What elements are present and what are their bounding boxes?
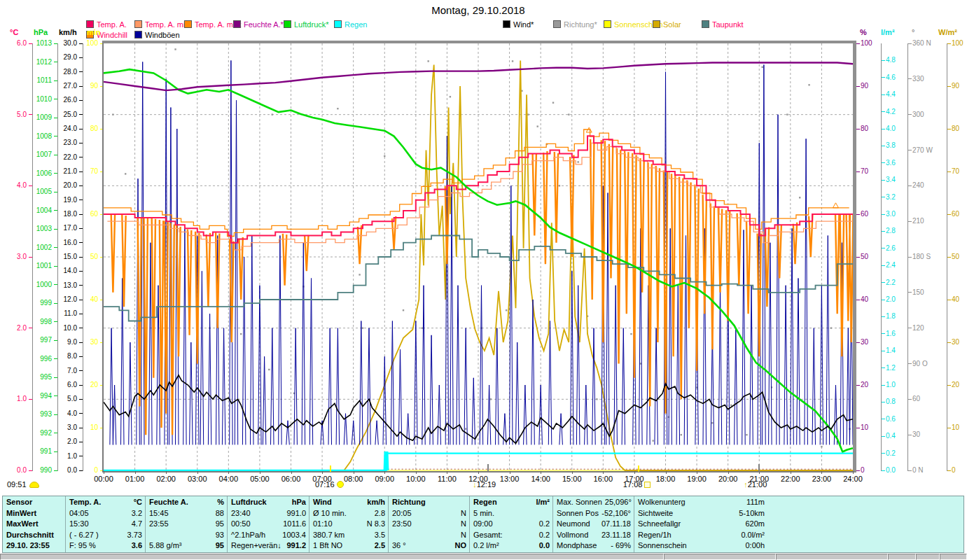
- stat-value: - 69%: [608, 540, 631, 552]
- event-time: 07:16: [315, 480, 335, 489]
- stats-col-regen: Regenl/m²5 min.09:000.2Gesamt:0.20.2 l/m…: [470, 496, 553, 552]
- event-time: 09:51: [7, 480, 27, 489]
- axis-tick: [908, 186, 912, 186]
- statusbar-segment-5: [940, 554, 967, 560]
- column-header: Richtung: [392, 497, 426, 508]
- x-axis-label: 00:00: [88, 475, 119, 483]
- stat-value: 4.7: [129, 519, 142, 530]
- axis-tick: [908, 257, 912, 258]
- x-axis-tick: [166, 471, 167, 474]
- axis-tick: [908, 114, 912, 115]
- axis-tick: [29, 257, 32, 258]
- x-axis-label: 04:00: [213, 475, 244, 483]
- axis-label-km/h: 15.0: [54, 253, 77, 260]
- x-axis-tick: [510, 471, 510, 474]
- axis-label-km/h: 9.0: [54, 339, 77, 346]
- axis-unit-°: °: [912, 28, 914, 36]
- axis-tick: [882, 402, 885, 402]
- stats-row: Regen/1h0.0l/m²: [638, 530, 765, 541]
- column-unit: [464, 497, 466, 508]
- stat-label: Sonnen Pos: [557, 508, 599, 519]
- stats-col-sensor: SensorMinWertMaxWertDurchschnitt29.10. 2…: [3, 496, 66, 552]
- stats-header: Temp. A.°C: [69, 497, 142, 508]
- stats-col-wetter: Wolkenunterg111mSichtweite5-10kmSchneefa…: [634, 496, 767, 552]
- axis-label-hPa: 1010: [29, 96, 52, 103]
- axis-label-hPa: 1006: [29, 170, 52, 177]
- column-unit: hPa: [289, 497, 306, 508]
- axis-tick: [79, 186, 83, 186]
- axis-unit-min: min: [87, 28, 101, 36]
- axis-label-hPa: 1000: [29, 281, 52, 288]
- axis-label-W/m²: 10: [952, 424, 959, 431]
- x-axis-label: 15:00: [557, 475, 587, 483]
- x-axis-label: 01:00: [120, 475, 151, 483]
- stats-row: 36 °NO: [392, 540, 466, 552]
- stats-row: 23:40991.0: [231, 508, 306, 519]
- axis-label-km/h: 27.0: [54, 83, 77, 90]
- dot-richtung: [362, 327, 363, 328]
- axis-tick: [908, 435, 912, 435]
- stat-label: 0.2 l/m²: [473, 540, 499, 552]
- event-time: 17:08: [623, 480, 643, 489]
- stats-row: 00:501011.6: [231, 519, 306, 530]
- stat-label: 00:50: [231, 519, 251, 530]
- axis-tick: [908, 328, 912, 328]
- stats-row: 1 Bft NO2.5: [313, 540, 385, 552]
- axis-tick: [882, 419, 885, 419]
- axis-tick: [882, 231, 885, 232]
- x-axis-tick: [228, 471, 229, 474]
- column-header: Feuchte A.: [149, 497, 188, 508]
- axis-tick: [79, 413, 83, 414]
- dot-richtung: [465, 428, 466, 429]
- axis-tick: [856, 86, 860, 87]
- max-marker-icon: [833, 203, 838, 208]
- axis-tick: [947, 257, 951, 258]
- axis-label-%: 80: [861, 125, 868, 132]
- statusbar-segment-0: [0, 554, 664, 560]
- dot-richtung: [577, 161, 578, 162]
- x-axis-label: 22:00: [775, 475, 806, 483]
- x-axis-tick: [478, 471, 479, 474]
- x-axis-tick: [697, 471, 697, 474]
- legend-item-taupunkt: Taupunkt: [702, 20, 744, 29]
- stat-label: 5 min.: [473, 508, 494, 519]
- axis-tick: [29, 328, 32, 328]
- event-17-08: 17:08: [623, 480, 651, 489]
- legend-item-regen: Regen: [334, 20, 367, 29]
- axis-label-km/h: 25.0: [54, 111, 77, 118]
- axis-tick: [856, 43, 860, 44]
- stat-value: 2.8: [372, 508, 385, 519]
- axis-label-km/h: 8.0: [54, 353, 77, 360]
- legend-swatch-icon: [134, 20, 142, 28]
- stat-label: 15:45: [149, 508, 169, 519]
- axis-tick: [908, 43, 912, 44]
- dot-richtung: [681, 434, 682, 435]
- axis-tick: [79, 442, 83, 442]
- axis-label-°: 0 N: [912, 467, 924, 474]
- dot-richtung: [537, 125, 538, 127]
- axis-label-°C: 6.0: [4, 40, 27, 47]
- axis-label-°: 90 O: [912, 360, 928, 368]
- stat-label: Vollmond: [557, 530, 588, 541]
- axis-label-km/h: 6.0: [54, 382, 77, 388]
- axis-tick: [947, 300, 951, 300]
- stat-label: Sichtweite: [638, 508, 673, 519]
- stats-row: 15:304.7: [69, 519, 142, 530]
- axis-line-°C: [32, 43, 33, 471]
- axis-label-km/h: 23.0: [54, 139, 77, 146]
- stat-label: Neumond: [557, 519, 590, 530]
- column-unit: l/m²: [533, 497, 550, 508]
- x-axis-tick: [447, 471, 447, 474]
- dot-richtung: [490, 398, 492, 400]
- x-axis-label: 06:00: [276, 475, 307, 483]
- axis-tick: [947, 43, 951, 44]
- axis-tick: [856, 172, 860, 172]
- axis-tick: [908, 221, 912, 222]
- axis-tick: [882, 197, 885, 197]
- axis-label-hPa: 995: [29, 374, 52, 381]
- legend-label: Taupunkt: [712, 20, 744, 29]
- axis-label-%: 90: [861, 83, 868, 90]
- axis-label-l/m²: 2.4: [886, 262, 896, 269]
- axis-label-min: 20: [75, 382, 98, 388]
- stat-value: 620m: [742, 519, 765, 530]
